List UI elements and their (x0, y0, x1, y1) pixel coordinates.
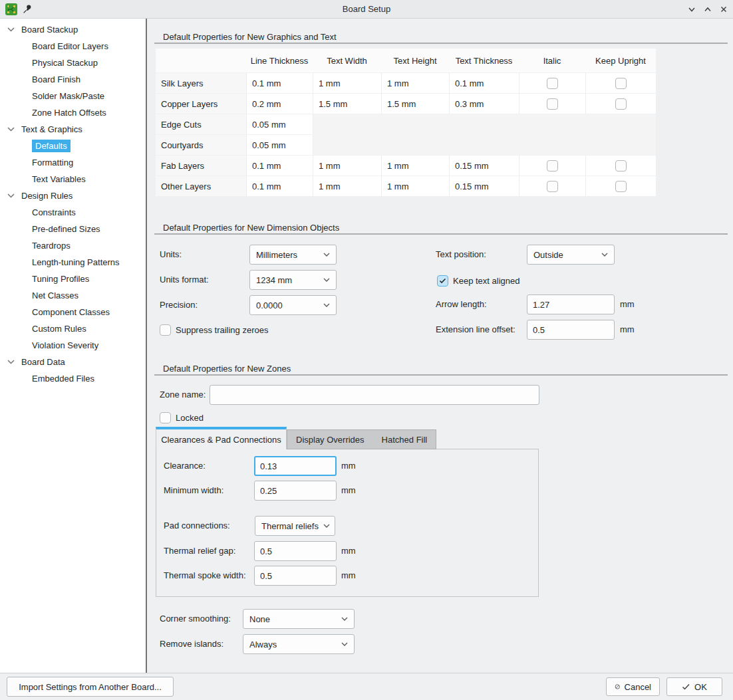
cell-keep-upright (585, 155, 656, 175)
cell-text-width[interactable]: 1 mm (313, 155, 381, 175)
sidebar-item-design-rules[interactable]: Design Rules (0, 187, 146, 204)
sidebar-item-component-classes[interactable]: Component Classes (0, 304, 146, 320)
precision-select[interactable]: 0.0000 (249, 295, 337, 315)
sidebar-item-tuning-profiles[interactable]: Tuning Profiles (0, 271, 146, 287)
cell-keep-upright (585, 93, 656, 114)
keep-text-aligned-checkbox[interactable] (437, 275, 448, 287)
suppress-trailing-zeroes-checkbox[interactable] (160, 324, 171, 336)
window-title: Board Setup (0, 0, 733, 19)
cell-text-thickness[interactable]: 0.3 mm (449, 93, 519, 114)
cell-text-height[interactable]: 1 mm (381, 155, 449, 175)
section-divider (154, 374, 728, 376)
table-corner-cell (156, 49, 246, 72)
italic-checkbox[interactable] (547, 181, 558, 192)
keep-upright-checkbox[interactable] (615, 181, 627, 192)
text-position-select[interactable]: Outside (527, 245, 615, 265)
cell-text-width[interactable]: 1 mm (313, 72, 381, 93)
cell-line-thickness[interactable]: 0.1 mm (246, 155, 313, 175)
cell-text-thickness[interactable]: 0.15 mm (449, 175, 519, 196)
cell-line-thickness[interactable]: 0.1 mm (246, 72, 313, 93)
section-divider (154, 43, 728, 44)
sidebar-item-net-classes[interactable]: Net Classes (0, 287, 146, 304)
cell-line-thickness[interactable]: 0.05 mm (246, 134, 313, 155)
import-settings-button[interactable]: Import Settings from Another Board... (7, 677, 174, 697)
cell-text-width[interactable]: 1.5 mm (313, 93, 381, 114)
settings-nav-tree: Board Stackup Board Editor Layers Physic… (0, 19, 147, 673)
italic-checkbox[interactable] (547, 98, 558, 110)
tab-display-overrides[interactable]: Display Overrides (287, 430, 373, 449)
tab-group: Display Overrides Hatched Fill (287, 429, 436, 449)
sidebar-item-board-stackup[interactable]: Board Stackup (0, 21, 146, 38)
cell-text-thickness[interactable]: 0.15 mm (449, 155, 519, 175)
chevron-down-icon (601, 252, 609, 257)
row-label: Fab Layers (156, 155, 246, 175)
cell-text-height[interactable]: 1 mm (381, 72, 449, 93)
cell-text-height[interactable]: 1 mm (381, 175, 449, 196)
corner-smoothing-select[interactable]: None (243, 609, 355, 629)
zone-name-input[interactable] (210, 385, 539, 405)
cell-text-height[interactable]: 1.5 mm (381, 93, 449, 114)
cancel-button[interactable]: Cancel (606, 677, 660, 696)
sidebar-item-formatting[interactable]: Formatting (0, 154, 146, 171)
remove-islands-select[interactable]: Always (243, 634, 355, 654)
sidebar-item-text-graphics[interactable]: Text & Graphics (0, 121, 146, 138)
sidebar-item-zone-hatch-offsets[interactable]: Zone Hatch Offsets (0, 104, 146, 121)
dialog-footer: Import Settings from Another Board... Ca… (0, 673, 733, 700)
units-format-select[interactable]: 1234 mm (249, 270, 337, 290)
minimize-icon (687, 5, 696, 13)
cell-text-width[interactable]: 1 mm (313, 175, 381, 196)
cell-text-thickness[interactable]: 0.1 mm (449, 72, 519, 93)
cell-italic (519, 175, 585, 196)
keep-upright-checkbox[interactable] (615, 98, 627, 110)
sidebar-item-physical-stackup[interactable]: Physical Stackup (0, 55, 146, 71)
sidebar-item-solder-mask-paste[interactable]: Solder Mask/Paste (0, 88, 146, 104)
close-button[interactable] (718, 4, 730, 15)
sidebar-item-embedded-files[interactable]: Embedded Files (0, 370, 146, 387)
close-icon (720, 5, 728, 13)
maximize-icon (703, 5, 712, 13)
tab-clearances-pad-connections[interactable]: Clearances & Pad Connections (156, 427, 287, 449)
cell-italic (519, 72, 585, 93)
titlebar: Board Setup (0, 0, 733, 19)
col-header-italic: Italic (519, 49, 585, 72)
extension-offset-input[interactable] (527, 320, 615, 340)
col-header-text-thickness: Text Thickness (449, 49, 519, 72)
sidebar-item-text-variables[interactable]: Text Variables (0, 171, 146, 187)
units-format-label: Units format: (160, 270, 209, 290)
sidebar-item-board-data[interactable]: Board Data (0, 354, 146, 370)
sidebar-item-violation-severity[interactable]: Violation Severity (0, 337, 146, 354)
arrow-length-input[interactable] (527, 294, 615, 314)
cancel-icon (615, 682, 621, 691)
section-title-dimensions: Default Properties for New Dimension Obj… (163, 223, 339, 233)
cell-line-thickness[interactable]: 0.1 mm (246, 175, 313, 196)
locked-checkbox[interactable] (160, 412, 171, 423)
suppress-trailing-zeroes-row: Suppress trailing zeroes (160, 323, 268, 336)
sidebar-item-length-tuning-patterns[interactable]: Length-tuning Patterns (0, 254, 146, 271)
italic-checkbox[interactable] (547, 78, 558, 89)
sidebar-item-defaults[interactable]: Defaults (0, 138, 146, 154)
maximize-button[interactable] (702, 4, 714, 15)
units-label: Units: (160, 245, 182, 265)
tab-hatched-fill[interactable]: Hatched Fill (373, 430, 436, 449)
section-title-graphics: Default Properties for New Graphics and … (163, 32, 337, 42)
chevron-down-icon (323, 252, 331, 257)
disabled-cells (313, 114, 656, 134)
cell-line-thickness[interactable]: 0.2 mm (246, 93, 313, 114)
row-label: Edge Cuts (156, 114, 246, 134)
keep-upright-checkbox[interactable] (615, 160, 627, 172)
ok-button[interactable]: OK (666, 677, 722, 696)
cell-line-thickness[interactable]: 0.05 mm (246, 114, 313, 134)
check-icon (439, 278, 446, 284)
units-select[interactable]: Millimeters (249, 245, 337, 265)
check-icon (682, 683, 690, 691)
italic-checkbox[interactable] (547, 160, 558, 172)
sidebar-item-pre-defined-sizes[interactable]: Pre-defined Sizes (0, 221, 146, 237)
sidebar-item-board-finish[interactable]: Board Finish (0, 71, 146, 88)
sidebar-item-board-editor-layers[interactable]: Board Editor Layers (0, 38, 146, 55)
minimize-button[interactable] (686, 4, 698, 15)
sidebar-item-teardrops[interactable]: Teardrops (0, 237, 146, 254)
keep-upright-checkbox[interactable] (615, 78, 627, 89)
sidebar-item-custom-rules[interactable]: Custom Rules (0, 320, 146, 337)
clearances-panel (156, 449, 539, 597)
sidebar-item-constraints[interactable]: Constraints (0, 204, 146, 221)
